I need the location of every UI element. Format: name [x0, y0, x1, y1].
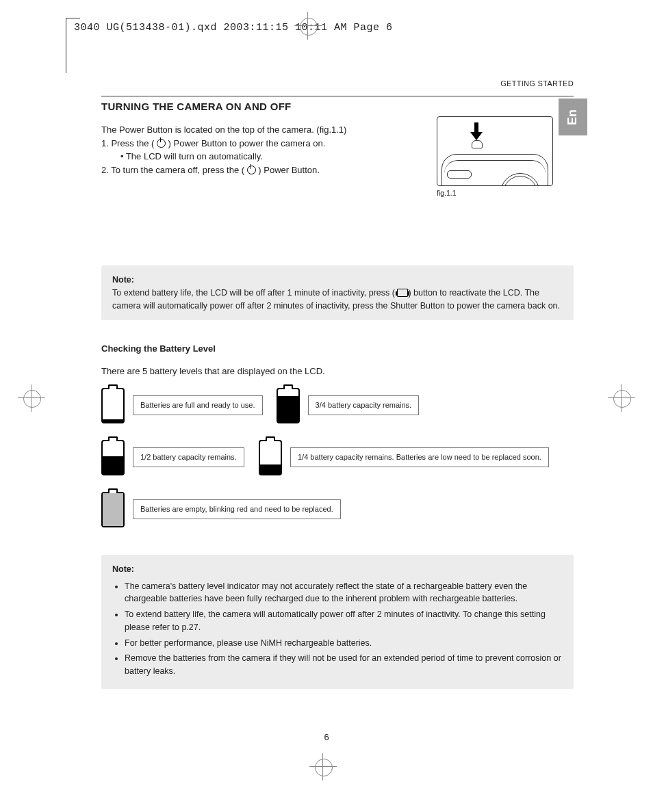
registration-mark-icon	[608, 384, 635, 412]
intro-line: The Power Button is located on the top o…	[101, 123, 402, 137]
battery-label: 3/4 battery capacity remains.	[308, 395, 420, 415]
battery-level-1-2: 1/2 battery capacity remains.	[101, 440, 245, 475]
note-box-2: Note: The camera's battery level indicat…	[101, 555, 574, 689]
page: 3040 UG(513438-01).qxd 2003:11:15 10:11 …	[0, 0, 653, 812]
power-icon	[247, 166, 256, 174]
battery-level-empty: Batteries are empty, blinking red and ne…	[101, 492, 341, 527]
display-icon	[397, 289, 408, 297]
step-2: 2. To turn the camera off, press the ( )…	[101, 163, 402, 177]
battery-icon	[259, 440, 282, 475]
step-1-sub: • The LCD will turn on automatically.	[101, 150, 402, 163]
battery-icon	[101, 388, 125, 423]
battery-label: Batteries are full and ready to use.	[133, 395, 263, 415]
note-bullet-list: The camera's battery level indicator may…	[112, 580, 563, 678]
note-bullet: For better performance, please use NiMH …	[125, 637, 563, 650]
battery-intro: There are 5 battery levels that are disp…	[101, 365, 574, 378]
note-bullet: The camera's battery level indicator may…	[125, 580, 563, 606]
note-label: Note:	[112, 564, 134, 574]
battery-label: 1/2 battery capacity remains.	[133, 447, 244, 467]
file-header-slug: 3040 UG(513438-01).qxd 2003:11:15 10:11 …	[74, 22, 393, 34]
battery-level-3-4: 3/4 battery capacity remains.	[277, 388, 420, 423]
section-header: GETTING STARTED	[101, 79, 574, 88]
content-area: GETTING STARTED TURNING THE CAMERA ON AN…	[101, 79, 574, 689]
registration-mark-icon	[18, 384, 45, 412]
divider	[101, 96, 574, 96]
note-box-1: Note: To extend battery life, the LCD wi…	[101, 265, 574, 320]
intro-text: The Power Button is located on the top o…	[101, 123, 402, 176]
section-title: TURNING THE CAMERA ON AND OFF	[101, 101, 574, 112]
note-bullet: To extend battery life, the camera will …	[125, 608, 563, 634]
battery-icon	[277, 388, 300, 423]
battery-label: Batteries are empty, blinking red and ne…	[133, 499, 341, 519]
battery-icon	[101, 492, 125, 527]
registration-mark-icon	[309, 753, 337, 781]
step-1: 1. Press the ( ) Power Button to power t…	[101, 137, 402, 150]
page-number: 6	[0, 732, 653, 742]
battery-levels-grid: Batteries are full and ready to use. 3/4…	[101, 388, 574, 527]
battery-heading: Checking the Battery Level	[101, 343, 574, 354]
battery-level-1-4: 1/4 battery capacity remains. Batteries …	[259, 440, 549, 475]
note-bullet: Remove the batteries from the camera if …	[125, 652, 563, 678]
battery-level-full: Batteries are full and ready to use.	[101, 388, 263, 423]
note-label: Note:	[112, 275, 134, 285]
note-text: To extend battery life, the LCD will be …	[112, 288, 397, 298]
battery-label: 1/4 battery capacity remains. Batteries …	[290, 447, 549, 467]
registration-mark-icon	[294, 12, 322, 40]
battery-icon	[101, 440, 125, 475]
power-icon	[157, 139, 166, 148]
